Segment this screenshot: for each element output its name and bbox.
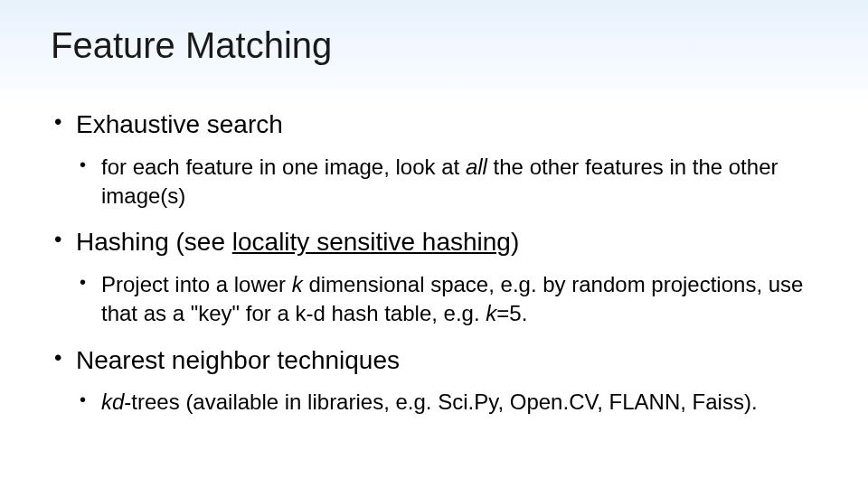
italic-text: k [486, 301, 496, 325]
text: Project into a lower [101, 272, 292, 296]
link-lsh[interactable]: locality sensitive hashing [232, 228, 511, 256]
italic-text: k [292, 272, 303, 296]
text: -trees (available in libraries, e.g. Sci… [124, 389, 757, 414]
sub-list: for each feature in one image, look at a… [76, 153, 817, 211]
bullet-label: Nearest neighbor techniques [76, 346, 400, 374]
sub-list: Project into a lower k dimensional space… [76, 270, 817, 329]
bullet-hashing: Hashing (see locality sensitive hashing)… [51, 227, 817, 328]
italic-text: all [466, 155, 487, 179]
bullet-list: Exhaustive search for each feature in on… [51, 109, 817, 418]
bullet-nearest-neighbor: Nearest neighbor techniques kd-trees (av… [51, 345, 817, 418]
slide-title: Feature Matching [51, 25, 817, 66]
bullet-exhaustive: Exhaustive search for each feature in on… [51, 109, 817, 211]
text: =5. [496, 301, 527, 325]
text: for each feature in one image, look at [101, 155, 466, 179]
sub-list: kd-trees (available in libraries, e.g. S… [76, 388, 817, 417]
italic-text: kd [101, 389, 124, 414]
bullet-label-post: ) [511, 228, 519, 256]
sub-bullet: Project into a lower k dimensional space… [76, 270, 817, 329]
sub-bullet: for each feature in one image, look at a… [76, 153, 817, 211]
bullet-label-pre: Hashing (see [76, 228, 232, 256]
sub-bullet: kd-trees (available in libraries, e.g. S… [76, 388, 817, 417]
slide-container: Feature Matching Exhaustive search for e… [0, 0, 868, 418]
bullet-label: Exhaustive search [76, 110, 283, 138]
